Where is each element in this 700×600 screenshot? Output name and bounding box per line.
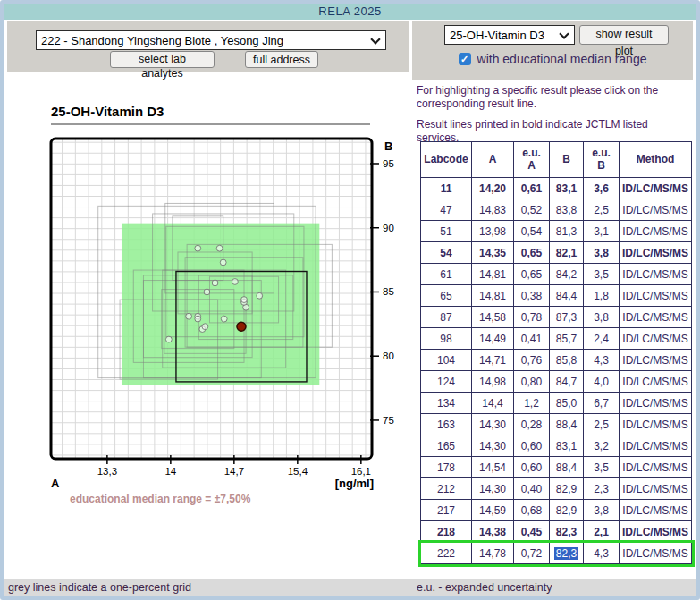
cell-eub[interactable]: 2,4 — [584, 328, 620, 350]
cell-eua[interactable]: 0,80 — [514, 371, 550, 393]
cell-a[interactable]: 14,4 — [472, 393, 514, 414]
cell-method[interactable]: ID/LC/MS/MS — [620, 435, 692, 457]
cell-a[interactable]: 14,58 — [472, 307, 514, 328]
cell-b[interactable]: 83,8 — [550, 199, 584, 221]
cell-labcode[interactable]: 124 — [421, 371, 472, 393]
cell-a[interactable]: 14,81 — [472, 285, 514, 307]
lab-select[interactable]: 222 - Shandong Yingsheng Biote , Yesong … — [37, 31, 385, 49]
cell-a[interactable]: 14,30 — [472, 435, 514, 457]
cell-eub[interactable]: 4,3 — [584, 543, 620, 564]
cell-labcode[interactable]: 61 — [421, 264, 472, 285]
result-row-178[interactable]: 17814,540,6088,43,5ID/LC/MS/MS — [421, 457, 692, 478]
result-row-98[interactable]: 9814,490,4185,72,4ID/LC/MS/MS — [421, 328, 692, 350]
result-row-47[interactable]: 4714,830,5283,82,5ID/LC/MS/MS — [421, 199, 692, 221]
cell-method[interactable]: ID/LC/MS/MS — [620, 371, 692, 393]
cell-b[interactable]: 84,4 — [550, 285, 584, 307]
cell-a[interactable]: 14,83 — [472, 199, 514, 221]
cell-labcode[interactable]: 65 — [421, 285, 472, 307]
result-row-163[interactable]: 16314,300,2888,42,5ID/LC/MS/MS — [421, 414, 692, 435]
cell-method[interactable]: ID/LC/MS/MS — [620, 264, 692, 285]
cell-eub[interactable]: 2,1 — [584, 521, 620, 543]
select-lab-analytes-button[interactable]: select lab analytes — [110, 51, 215, 68]
cell-eua[interactable]: 0,65 — [514, 242, 550, 264]
cell-b[interactable]: 83,1 — [550, 435, 584, 457]
cell-eub[interactable]: 3,5 — [584, 457, 620, 478]
cell-method[interactable]: ID/LC/MS/MS — [620, 350, 692, 371]
result-row-54[interactable]: 5414,350,6582,13,8ID/LC/MS/MS — [421, 242, 692, 264]
cell-labcode[interactable]: 178 — [421, 457, 472, 478]
cell-eub[interactable]: 2,3 — [584, 478, 620, 500]
result-row-124[interactable]: 12414,980,8084,74,0ID/LC/MS/MS — [421, 371, 692, 393]
cell-method[interactable]: ID/LC/MS/MS — [620, 178, 692, 199]
cell-a[interactable]: 14,98 — [472, 371, 514, 393]
cell-a[interactable]: 13,98 — [472, 221, 514, 242]
cell-eua[interactable]: 0,60 — [514, 435, 550, 457]
cell-a[interactable]: 14,35 — [472, 242, 514, 264]
cell-eua[interactable]: 0,45 — [514, 521, 550, 543]
cell-eua[interactable]: 0,76 — [514, 350, 550, 371]
cell-b[interactable]: 85,0 — [550, 393, 584, 414]
cell-labcode[interactable]: 217 — [421, 500, 472, 521]
result-row-165[interactable]: 16514,300,6083,13,2ID/LC/MS/MS — [421, 435, 692, 457]
cell-labcode[interactable]: 47 — [421, 199, 472, 221]
cell-labcode[interactable]: 11 — [421, 178, 472, 199]
cell-eua[interactable]: 1,2 — [514, 393, 550, 414]
cell-method[interactable]: ID/LC/MS/MS — [620, 285, 692, 307]
cell-a[interactable]: 14,38 — [472, 521, 514, 543]
cell-method[interactable]: ID/LC/MS/MS — [620, 543, 692, 564]
cell-eub[interactable]: 4,0 — [584, 371, 620, 393]
cell-eua[interactable]: 0,65 — [514, 264, 550, 285]
cell-eua[interactable]: 0,68 — [514, 500, 550, 521]
result-row-65[interactable]: 6514,810,3884,41,8ID/LC/MS/MS — [421, 285, 692, 307]
cell-b[interactable]: 82,1 — [550, 242, 584, 264]
cell-labcode[interactable]: 87 — [421, 307, 472, 328]
result-row-87[interactable]: 8714,580,7887,33,8ID/LC/MS/MS — [421, 307, 692, 328]
cell-b[interactable]: 84,7 — [550, 371, 584, 393]
cell-method[interactable]: ID/LC/MS/MS — [620, 393, 692, 414]
cell-method[interactable]: ID/LC/MS/MS — [620, 242, 692, 264]
cell-method[interactable]: ID/LC/MS/MS — [620, 328, 692, 350]
cell-eub[interactable]: 6,7 — [584, 393, 620, 414]
cell-eua[interactable]: 0,40 — [514, 478, 550, 500]
cell-b[interactable]: 81,3 — [550, 221, 584, 242]
cell-labcode[interactable]: 222 — [421, 543, 472, 564]
cell-eub[interactable]: 3,8 — [584, 242, 620, 264]
cell-a[interactable]: 14,71 — [472, 350, 514, 371]
cell-b[interactable]: 82,9 — [550, 500, 584, 521]
cell-a[interactable]: 14,49 — [472, 328, 514, 350]
cell-b[interactable]: 87,3 — [550, 307, 584, 328]
analyte-select[interactable]: 25-OH-Vitamin D3 — [445, 26, 574, 44]
cell-labcode[interactable]: 51 — [421, 221, 472, 242]
result-row-212[interactable]: 21214,300,4082,92,3ID/LC/MS/MS — [421, 478, 692, 500]
cell-eua[interactable]: 0,60 — [514, 457, 550, 478]
cell-method[interactable]: ID/LC/MS/MS — [620, 414, 692, 435]
median-checkbox[interactable]: ✓ — [459, 53, 471, 65]
cell-eub[interactable]: 3,8 — [584, 500, 620, 521]
cell-b[interactable]: 88,4 — [550, 457, 584, 478]
cell-b[interactable]: 82,3 — [550, 543, 584, 564]
cell-b[interactable]: 85,7 — [550, 328, 584, 350]
cell-b[interactable]: 83,1 — [550, 178, 584, 199]
cell-method[interactable]: ID/LC/MS/MS — [620, 457, 692, 478]
cell-eua[interactable]: 0,28 — [514, 414, 550, 435]
cell-b[interactable]: 82,3 — [550, 521, 584, 543]
cell-b[interactable]: 88,4 — [550, 414, 584, 435]
cell-labcode[interactable]: 218 — [421, 521, 472, 543]
cell-labcode[interactable]: 163 — [421, 414, 472, 435]
result-row-222[interactable]: 22214,780,7282,34,3ID/LC/MS/MS — [421, 543, 692, 564]
result-row-51[interactable]: 5113,980,5481,33,1ID/LC/MS/MS — [421, 221, 692, 242]
cell-eua[interactable]: 0,78 — [514, 307, 550, 328]
cell-a[interactable]: 14,81 — [472, 264, 514, 285]
result-row-217[interactable]: 21714,590,6882,93,8ID/LC/MS/MS — [421, 500, 692, 521]
cell-b[interactable]: 85,8 — [550, 350, 584, 371]
cell-a[interactable]: 14,59 — [472, 500, 514, 521]
result-row-218[interactable]: 21814,380,4582,32,1ID/LC/MS/MS — [421, 521, 692, 543]
cell-a[interactable]: 14,20 — [472, 178, 514, 199]
cell-eub[interactable]: 3,2 — [584, 435, 620, 457]
cell-labcode[interactable]: 165 — [421, 435, 472, 457]
cell-eua[interactable]: 0,41 — [514, 328, 550, 350]
result-row-11[interactable]: 1114,200,6183,13,6ID/LC/MS/MS — [421, 178, 692, 199]
show-result-plot-button[interactable]: show result plot — [579, 25, 669, 45]
cell-eub[interactable]: 3,5 — [584, 264, 620, 285]
cell-method[interactable]: ID/LC/MS/MS — [620, 221, 692, 242]
